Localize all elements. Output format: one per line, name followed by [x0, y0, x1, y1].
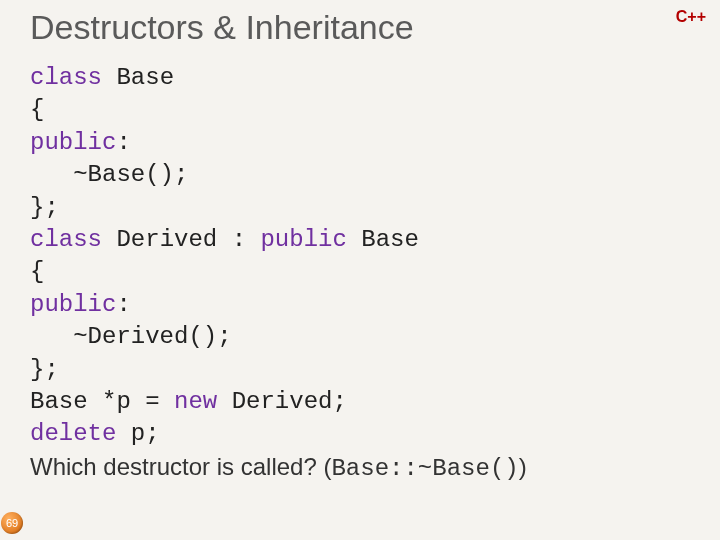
code-keyword: class — [30, 64, 102, 91]
language-badge: C++ — [676, 8, 706, 26]
code-line: public: — [30, 127, 527, 159]
question-text: ) — [519, 453, 527, 480]
slide-title: Destructors & Inheritance — [30, 8, 414, 47]
code-line: }; — [30, 192, 527, 224]
code-keyword: public — [260, 226, 346, 253]
code-text: ~Base(); — [30, 161, 188, 188]
question-text: Which destructor is called? ( — [30, 453, 331, 480]
code-keyword: class — [30, 226, 102, 253]
code-line: { — [30, 94, 527, 126]
code-text: { — [30, 258, 44, 285]
code-line: ~Derived(); — [30, 321, 527, 353]
code-text: }; — [30, 194, 59, 221]
code-text: Derived; — [217, 388, 347, 415]
code-line: }; — [30, 354, 527, 386]
code-text: Base — [102, 64, 174, 91]
question-line: Which destructor is called? (Base::~Base… — [30, 451, 527, 485]
code-line: Base *p = new Derived; — [30, 386, 527, 418]
code-block: class Base{public: ~Base();};class Deriv… — [30, 62, 527, 485]
code-line: ~Base(); — [30, 159, 527, 191]
code-text: p; — [116, 420, 159, 447]
code-keyword: public — [30, 291, 116, 318]
code-text: }; — [30, 356, 59, 383]
slide: Destructors & Inheritance C++ class Base… — [0, 0, 720, 540]
page-number-badge: 69 — [1, 512, 23, 534]
code-text: Base *p = — [30, 388, 174, 415]
code-text: : — [116, 291, 130, 318]
question-code: Base::~Base() — [331, 455, 518, 482]
code-keyword: public — [30, 129, 116, 156]
code-text: { — [30, 96, 44, 123]
code-text: : — [116, 129, 130, 156]
code-line: { — [30, 256, 527, 288]
code-line: delete p; — [30, 418, 527, 450]
code-keyword: new — [174, 388, 217, 415]
code-text: ~Derived(); — [30, 323, 232, 350]
code-line: class Derived : public Base — [30, 224, 527, 256]
code-line: class Base — [30, 62, 527, 94]
code-text: Derived : — [102, 226, 260, 253]
code-keyword: delete — [30, 420, 116, 447]
code-text: Base — [347, 226, 419, 253]
code-line: public: — [30, 289, 527, 321]
